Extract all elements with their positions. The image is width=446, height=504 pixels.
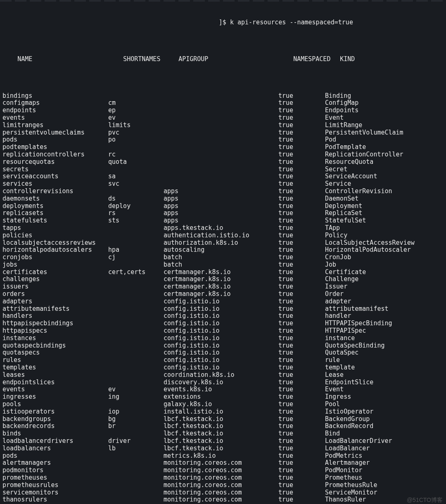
cell-short: bg [108, 416, 164, 423]
cell-name: pods [2, 136, 108, 144]
cell-kind: HorizontalPodAutoscaler [325, 246, 411, 254]
table-row: servicessvctrueService [2, 180, 444, 188]
cell-short: rs [108, 210, 164, 217]
cell-name: daemonsets [2, 195, 108, 203]
cell-kind: rule [325, 357, 340, 364]
table-row: controllerrevisionsappstrueControllerRev… [2, 188, 444, 195]
cell-api: apps [164, 203, 278, 210]
table-row: persistentvolumeclaimspvctruePersistentV… [2, 129, 444, 137]
cell-name: binds [2, 430, 108, 438]
cell-ns: true [278, 217, 325, 225]
table-row: endpointseptrueEndpoints [2, 107, 444, 114]
table-row: replicationcontrollersrctrueReplicationC… [2, 151, 444, 159]
cell-kind: handler [325, 312, 351, 320]
cell-name: prometheuses [2, 474, 108, 482]
table-row: statefulsetsstsappstrueStatefulSet [2, 217, 444, 225]
table-row: httpapispecbindingsconfig.istio.iotrueHT… [2, 320, 444, 327]
table-row: podsmetrics.k8s.iotruePodMetrics [2, 452, 444, 460]
cell-api: galaxy.k8s.io [164, 401, 278, 408]
table-row: challengescertmanager.k8s.iotrueChalleng… [2, 276, 444, 283]
cell-kind: adapter [325, 298, 351, 305]
cell-kind: ServiceMonitor [325, 489, 377, 497]
cell-api: install.istio.io [164, 408, 278, 416]
cell-ns: true [278, 291, 325, 298]
table-row: podmonitorsmonitoring.coreos.comtruePodM… [2, 467, 444, 474]
cell-name: loadbalancers [2, 445, 108, 452]
cell-name: challenges [2, 276, 108, 283]
command-text: k api-resources --namespaced=true [230, 19, 353, 26]
cell-ns: true [278, 430, 325, 438]
table-row: backendgroupsbglbcf.tkestack.iotrueBacke… [2, 416, 444, 423]
cell-name: issuers [2, 283, 108, 291]
cell-name: bindings [2, 92, 108, 100]
prompt-bracket: ]$ [219, 19, 230, 26]
cell-kind: Job [325, 261, 336, 269]
table-row: leasescoordination.k8s.iotrueLease [2, 371, 444, 379]
table-row: resourcequotasquotatrueResourceQuota [2, 159, 444, 166]
cell-name: loadbalancerdrivers [2, 438, 108, 445]
cell-short: deploy [108, 203, 164, 210]
cell-api: apps [164, 217, 278, 225]
table-row: limitrangeslimitstrueLimitRange [2, 122, 444, 129]
cell-kind: ResourceQuota [325, 159, 373, 166]
cell-name: localsubjectaccessreviews [2, 239, 108, 247]
column-header-row: NAMESHORTNAMESAPIGROUPNAMESPACEDKIND [2, 48, 444, 70]
table-row: alertmanagersmonitoring.coreos.comtrueAl… [2, 459, 444, 467]
cell-name: secrets [2, 166, 108, 173]
cell-api: certmanager.k8s.io [164, 269, 278, 276]
cell-name: thanosrulers [2, 496, 108, 504]
table-row: horizontalpodautoscalershpaautoscalingtr… [2, 246, 444, 254]
table-row: quotaspecsconfig.istio.iotrueQuotaSpec [2, 349, 444, 357]
cell-name: events [2, 386, 108, 393]
cell-kind: Alertmanager [325, 459, 370, 467]
cell-api: authorization.k8s.io [164, 239, 278, 247]
cell-ns: true [278, 349, 325, 357]
cell-ns: true [278, 357, 325, 364]
cell-api: config.istio.io [164, 327, 278, 335]
cell-ns: true [278, 452, 325, 460]
cell-name: istiooperators [2, 408, 108, 416]
cell-api: config.istio.io [164, 305, 278, 313]
cell-ns: true [278, 335, 325, 342]
cell-ns: true [278, 254, 325, 261]
cell-short: cj [108, 254, 164, 261]
cell-kind: HTTPAPISpecBinding [325, 320, 392, 327]
table-body: bindingstrueBindingconfigmapscmtrueConfi… [2, 92, 444, 504]
cell-short: quota [108, 159, 164, 166]
cell-ns: true [278, 210, 325, 217]
cell-short: driver [108, 438, 164, 445]
table-row: endpointslicesdiscovery.k8s.iotrueEndpoi… [2, 379, 444, 386]
cell-ns: true [278, 312, 325, 320]
cell-kind: Certificate [325, 269, 366, 276]
col-ns-header: NAMESPACED [293, 56, 340, 63]
cell-name: resourcequotas [2, 159, 108, 166]
cell-kind: Secret [325, 166, 347, 173]
cell-kind: LoadBalancer [325, 445, 370, 452]
cell-kind: Prometheus [325, 474, 362, 482]
cell-name: podmonitors [2, 467, 108, 474]
table-row: daemonsetsdsappstrueDaemonSet [2, 195, 444, 203]
table-row: backendrecordsbrlbcf.tkestack.iotrueBack… [2, 423, 444, 430]
table-row: poolsgalaxy.k8s.iotruePool [2, 401, 444, 408]
cell-api: monitoring.coreos.com [164, 489, 278, 497]
cell-name: deployments [2, 203, 108, 210]
cell-api: config.istio.io [164, 357, 278, 364]
cell-short: ds [108, 195, 164, 203]
cell-ns: true [278, 159, 325, 166]
cell-ns: true [278, 298, 325, 305]
cell-kind: BackendGroup [325, 416, 370, 423]
cell-ns: true [278, 320, 325, 327]
terminal-pane[interactable]: ........................................… [0, 2, 446, 504]
cell-name: horizontalpodautoscalers [2, 246, 108, 254]
cell-kind: ConfigMap [325, 99, 358, 107]
cell-api: coordination.k8s.io [164, 371, 278, 379]
table-row: loadbalancerdriversdriverlbcf.tkestack.i… [2, 438, 444, 445]
cell-ns: true [278, 166, 325, 173]
cell-ns: true [278, 122, 325, 129]
cell-api: metrics.k8s.io [164, 452, 278, 460]
cell-name: adapters [2, 298, 108, 305]
cell-ns: true [278, 225, 325, 232]
table-row: prometheusrulesmonitoring.coreos.comtrue… [2, 482, 444, 489]
cell-api: extensions [164, 393, 278, 401]
cell-api: config.istio.io [164, 312, 278, 320]
